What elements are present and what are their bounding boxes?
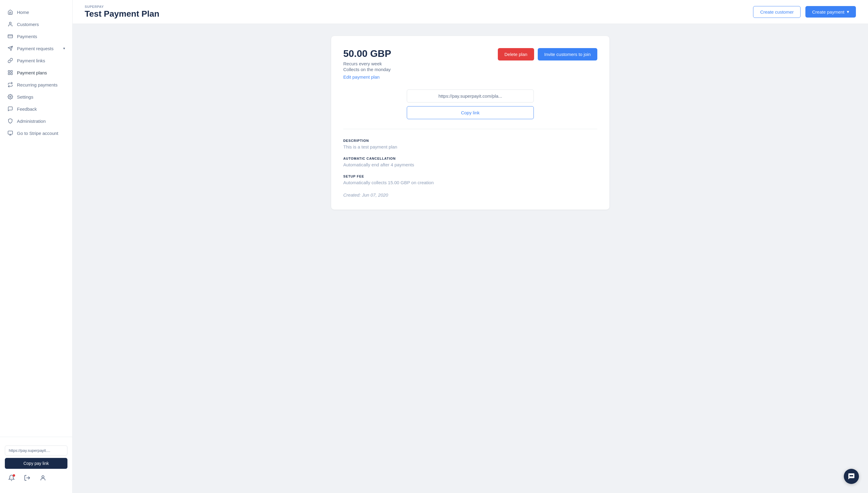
stripe-icon (7, 130, 13, 136)
notification-dot (13, 474, 15, 477)
auto-cancel-section: AUTOMATIC CANCELLATION Automatically end… (343, 157, 597, 167)
administration-icon (7, 118, 13, 124)
sidebar-item-stripe[interactable]: Go to Stripe account (0, 127, 72, 139)
card-actions: Delete plan Invite customers to join (498, 48, 597, 61)
content-area: 50.00 GBP Recurs every week Collects on … (72, 24, 868, 222)
svg-point-9 (10, 96, 11, 98)
page-title: Test Payment Plan (85, 9, 159, 19)
svg-rect-7 (11, 73, 13, 75)
auto-cancel-label: AUTOMATIC CANCELLATION (343, 157, 597, 160)
brand-label: SUPERPAY (85, 5, 159, 8)
sidebar-item-feedback-label: Feedback (17, 106, 37, 112)
invite-customers-button[interactable]: Invite customers to join (538, 48, 597, 61)
setup-fee-section: SETUP FEE Automatically collects 15.00 G… (343, 174, 597, 185)
create-payment-label: Create payment (812, 9, 844, 15)
copy-link-button[interactable]: Copy link (407, 106, 534, 119)
plan-recurs: Recurs every week (343, 61, 391, 66)
payment-plan-card: 50.00 GBP Recurs every week Collects on … (331, 36, 609, 210)
settings-icon (7, 94, 13, 100)
chat-widget-button[interactable] (844, 469, 859, 484)
plan-collects: Collects on the monday (343, 67, 391, 72)
sidebar-item-stripe-label: Go to Stripe account (17, 131, 58, 136)
main-content: SUPERPAY Test Payment Plan Create custom… (72, 0, 868, 493)
sidebar-item-home-label: Home (17, 10, 29, 15)
sidebar-item-payments[interactable]: Payments (0, 30, 72, 42)
profile-icon[interactable] (39, 474, 47, 482)
home-icon (7, 9, 13, 15)
svg-rect-8 (8, 73, 10, 75)
created-date: Created: Jun 07, 2020 (343, 192, 597, 197)
edit-payment-plan-link[interactable]: Edit payment plan (343, 74, 379, 80)
create-payment-button[interactable]: Create payment ▾ (805, 6, 856, 18)
sidebar-item-recurring-payments-label: Recurring payments (17, 82, 58, 87)
payments-icon (7, 33, 13, 39)
sidebar-bottom: https://pay.superpayit.... Copy pay link (0, 437, 72, 487)
sidebar-item-home[interactable]: Home (0, 6, 72, 18)
sidebar-item-payment-plans[interactable]: Payment plans (0, 67, 72, 79)
payment-plans-icon (7, 69, 13, 76)
plan-info: 50.00 GBP Recurs every week Collects on … (343, 48, 391, 80)
notifications-icon[interactable] (7, 474, 16, 482)
plan-url-display: https://pay.superpayit.com/pla... (407, 89, 534, 103)
payment-requests-icon (7, 45, 13, 51)
svg-point-14 (42, 476, 44, 478)
auto-cancel-value: Automatically end after 4 payments (343, 162, 597, 167)
chevron-down-icon: ▾ (847, 9, 849, 15)
description-value: This is a test payment plan (343, 144, 597, 149)
setup-fee-value: Automatically collects 15.00 GBP on crea… (343, 180, 597, 185)
logout-icon[interactable] (23, 474, 31, 482)
sidebar-footer-icons (0, 469, 72, 482)
header-left: SUPERPAY Test Payment Plan (85, 5, 159, 19)
sidebar-item-administration-label: Administration (17, 119, 46, 124)
svg-rect-5 (8, 70, 10, 72)
url-section: https://pay.superpayit.com/pla... Copy l… (343, 89, 597, 119)
sidebar-item-payments-label: Payments (17, 34, 37, 39)
sidebar-item-customers-label: Customers (17, 22, 39, 27)
sidebar-item-administration[interactable]: Administration (0, 115, 72, 127)
sidebar-item-payment-requests-label: Payment requests (17, 46, 53, 51)
chevron-down-icon: ▾ (63, 46, 65, 50)
customers-icon (7, 21, 13, 27)
sidebar-item-payment-links-label: Payment links (17, 58, 45, 63)
delete-plan-button[interactable]: Delete plan (498, 48, 534, 61)
sidebar-item-settings-label: Settings (17, 94, 33, 100)
sidebar-item-payment-requests[interactable]: Payment requests ▾ (0, 42, 72, 55)
description-section: DESCRIPTION This is a test payment plan (343, 139, 597, 149)
sidebar-item-feedback[interactable]: Feedback (0, 103, 72, 115)
svg-rect-10 (8, 131, 13, 134)
sidebar-item-recurring-payments[interactable]: Recurring payments (0, 79, 72, 91)
plan-amount: 50.00 GBP (343, 48, 391, 59)
sidebar-url-display: https://pay.superpayit.... (5, 446, 67, 455)
create-customer-button[interactable]: Create customer (753, 6, 801, 18)
feedback-icon (7, 106, 13, 112)
svg-rect-1 (8, 35, 13, 38)
sidebar-item-settings[interactable]: Settings (0, 91, 72, 103)
sidebar-item-customers[interactable]: Customers (0, 18, 72, 30)
payment-links-icon (7, 58, 13, 64)
svg-rect-6 (11, 70, 13, 72)
description-label: DESCRIPTION (343, 139, 597, 143)
sidebar-copy-pay-link-button[interactable]: Copy pay link (5, 458, 67, 469)
sidebar-item-payment-links[interactable]: Payment links (0, 55, 72, 67)
sidebar-nav: Home Customers Payments Payment requests… (0, 6, 72, 437)
header-right: Create customer Create payment ▾ (753, 6, 856, 18)
card-top: 50.00 GBP Recurs every week Collects on … (343, 48, 597, 80)
sidebar-item-payment-plans-label: Payment plans (17, 70, 47, 75)
recurring-payments-icon (7, 82, 13, 88)
setup-fee-label: SETUP FEE (343, 174, 597, 178)
header: SUPERPAY Test Payment Plan Create custom… (72, 0, 868, 24)
sidebar: Home Customers Payments Payment requests… (0, 0, 72, 493)
svg-point-0 (9, 22, 11, 24)
